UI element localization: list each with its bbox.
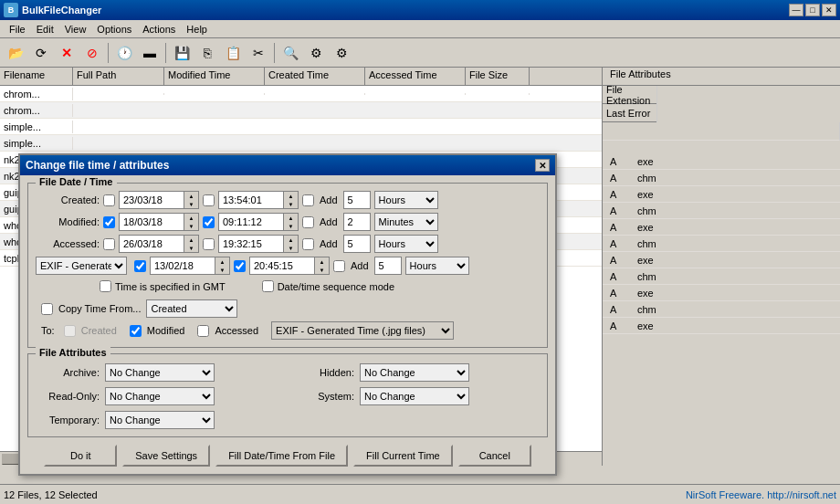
spin-up[interactable]: ▲ xyxy=(284,214,298,222)
tool2-button[interactable]: ⚙ xyxy=(330,41,353,65)
created-time-check[interactable] xyxy=(203,194,215,206)
exif-time-input[interactable] xyxy=(249,257,315,275)
col-header-size[interactable]: File Size xyxy=(466,68,530,85)
spin-down[interactable]: ▼ xyxy=(184,244,198,252)
modified-date-input[interactable] xyxy=(119,213,184,231)
col-header-filename[interactable]: Filename xyxy=(0,68,73,85)
window-controls[interactable]: — □ ✕ xyxy=(789,4,836,16)
exif-add-val[interactable] xyxy=(374,257,402,275)
modified-add-val[interactable] xyxy=(343,213,371,231)
archive-select[interactable]: No Change Yes No xyxy=(105,363,215,382)
modified-time-spinner[interactable]: ▲ ▼ xyxy=(284,213,299,231)
exif-unit-select[interactable]: Hours Minutes xyxy=(405,257,469,275)
open-button[interactable]: 📂 xyxy=(4,41,27,65)
col-header-created[interactable]: Created Time xyxy=(265,68,365,85)
exif-source-select[interactable]: EXIF - Generated EXIF - Original EXIF - … xyxy=(36,257,127,275)
copy-button[interactable]: ⎘ xyxy=(195,41,219,65)
col-header-accessed[interactable]: Accessed Time xyxy=(365,68,466,85)
exif-add-check[interactable] xyxy=(333,260,345,272)
modified-time-check[interactable] xyxy=(203,216,215,228)
exif-date-spinner[interactable]: ▲ ▼ xyxy=(215,257,230,275)
cut-button[interactable]: ✂ xyxy=(247,41,270,65)
readonly-select[interactable]: No Change Yes No xyxy=(105,387,215,405)
stop-button[interactable]: ⊘ xyxy=(80,41,104,65)
created-add-val[interactable] xyxy=(343,191,371,209)
menu-file[interactable]: File xyxy=(4,22,31,37)
close-button[interactable]: ✕ xyxy=(822,4,836,16)
accessed-time-spinner[interactable]: ▲ ▼ xyxy=(284,235,299,253)
window-button[interactable]: ▬ xyxy=(138,41,162,65)
spin-up[interactable]: ▲ xyxy=(284,236,298,244)
menu-help[interactable]: Help xyxy=(181,22,213,37)
menu-actions[interactable]: Actions xyxy=(137,22,181,37)
spin-down[interactable]: ▼ xyxy=(284,244,298,252)
copy-time-check[interactable] xyxy=(41,303,53,315)
spin-down[interactable]: ▼ xyxy=(315,266,329,274)
spin-up[interactable]: ▲ xyxy=(184,236,198,244)
created-unit-select[interactable]: Hours Minutes Seconds xyxy=(374,191,438,209)
exif-date-input[interactable] xyxy=(150,257,215,275)
accessed-time-check[interactable] xyxy=(203,238,215,250)
table-row[interactable]: chrom... xyxy=(0,102,602,119)
accessed-unit-select[interactable]: Hours Minutes xyxy=(374,235,438,253)
spin-down[interactable]: ▼ xyxy=(284,200,298,208)
created-add-check[interactable] xyxy=(302,194,314,206)
modified-date-check[interactable] xyxy=(103,216,115,228)
menu-view[interactable]: View xyxy=(59,22,92,37)
modified-unit-select[interactable]: Hours Minutes Seconds xyxy=(374,213,438,231)
col-header-attrs[interactable]: File Attributes xyxy=(603,68,678,85)
modified-add-check[interactable] xyxy=(302,216,314,228)
to-accessed-check[interactable] xyxy=(197,325,209,337)
created-time-spinner[interactable]: ▲ ▼ xyxy=(284,191,299,209)
search-button[interactable]: 🔍 xyxy=(278,41,302,65)
maximize-button[interactable]: □ xyxy=(805,4,820,16)
spin-down[interactable]: ▼ xyxy=(284,222,298,230)
accessed-date-input[interactable] xyxy=(119,235,184,253)
scroll-thumb[interactable] xyxy=(2,454,20,465)
spin-down[interactable]: ▼ xyxy=(215,266,229,274)
dialog-close-button[interactable]: ✕ xyxy=(535,159,550,172)
paste-button[interactable]: 📋 xyxy=(221,41,245,65)
spin-up[interactable]: ▲ xyxy=(184,192,198,200)
copy-from-select[interactable]: Created Modified Accessed xyxy=(146,299,237,318)
spin-up[interactable]: ▲ xyxy=(315,257,329,266)
created-date-input[interactable] xyxy=(119,191,184,209)
table-row[interactable]: simple... xyxy=(0,119,602,135)
table-row[interactable]: chrom... xyxy=(0,86,602,102)
created-time-input[interactable] xyxy=(218,191,284,209)
do-it-button[interactable]: Do it xyxy=(44,445,117,467)
sequence-check[interactable] xyxy=(262,280,274,292)
minimize-button[interactable]: — xyxy=(789,4,803,16)
spin-up[interactable]: ▲ xyxy=(215,257,229,266)
created-date-spinner[interactable]: ▲ ▼ xyxy=(184,191,199,209)
col-header-fullpath[interactable]: Full Path xyxy=(73,68,164,85)
menu-edit[interactable]: Edit xyxy=(31,22,59,37)
to-exif-select[interactable]: EXIF - Generated Time (.jpg files) xyxy=(271,321,454,340)
gmt-check[interactable] xyxy=(100,280,111,292)
save-button[interactable]: 💾 xyxy=(170,41,194,65)
to-created-check[interactable] xyxy=(64,325,76,337)
hidden-select[interactable]: No Change Yes No xyxy=(360,363,469,382)
to-modified-check[interactable] xyxy=(130,325,142,337)
save-settings-button[interactable]: Save Settings xyxy=(122,445,210,467)
accessed-date-spinner[interactable]: ▲ ▼ xyxy=(184,235,199,253)
exif-date-check[interactable] xyxy=(134,260,146,272)
delete-button[interactable]: ✕ xyxy=(55,41,79,65)
accessed-time-input[interactable] xyxy=(218,235,284,253)
spin-down[interactable]: ▼ xyxy=(184,222,198,230)
fill-current-button[interactable]: Fill Current Time xyxy=(353,445,453,467)
cancel-button[interactable]: Cancel xyxy=(458,445,531,467)
system-select[interactable]: No Change Yes No xyxy=(360,387,469,405)
col-header-modtime[interactable]: Modified Time xyxy=(164,68,265,85)
exif-time-check[interactable] xyxy=(234,260,246,272)
fill-datetime-button[interactable]: Fill Date/Time From File xyxy=(215,445,348,467)
spin-down[interactable]: ▼ xyxy=(184,200,198,208)
tool1-button[interactable]: ⚙ xyxy=(304,41,328,65)
created-date-check[interactable] xyxy=(103,194,115,206)
accessed-add-check[interactable] xyxy=(302,238,314,250)
accessed-add-val[interactable] xyxy=(343,235,371,253)
refresh-button[interactable]: ⟳ xyxy=(29,41,53,65)
menu-options[interactable]: Options xyxy=(91,22,137,37)
temp-select[interactable]: No Change Yes No xyxy=(105,411,215,429)
modified-date-spinner[interactable]: ▲ ▼ xyxy=(184,213,199,231)
